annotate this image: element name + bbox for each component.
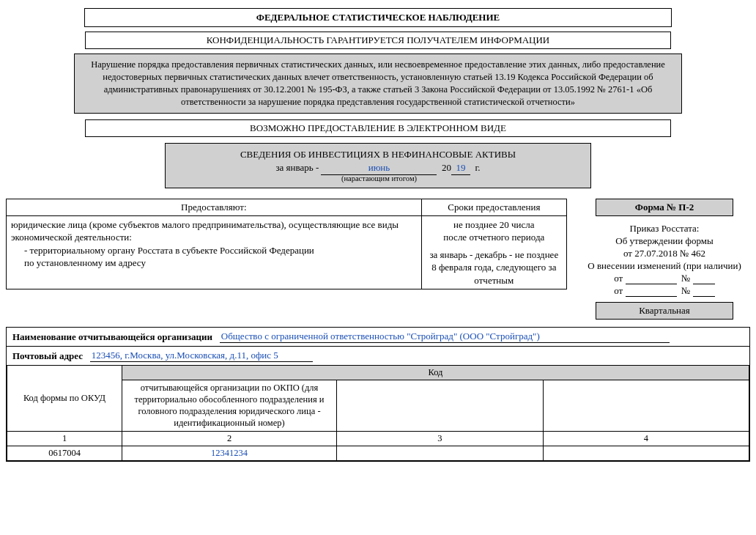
period-line: за январь - июнь (нарастающим итогом) 20… xyxy=(173,161,583,185)
form-number-box: Форма № П-2 xyxy=(596,199,733,216)
provide-header-right: Сроки предоставления xyxy=(421,199,566,215)
info-box: СВЕДЕНИЯ ОБ ИНВЕСТИЦИЯХ В НЕФИНАНСОВЫЕ А… xyxy=(165,143,591,188)
organization-block: Наименование отчитывающейся организации … xyxy=(6,327,750,462)
colnum-1: 1 xyxy=(7,431,122,446)
order-date-field-1[interactable] xyxy=(626,274,677,284)
period-prefix: за январь - xyxy=(275,162,319,173)
okpo-value[interactable]: 12341234 xyxy=(122,446,337,460)
provide-line3: по установленному им адресу xyxy=(11,257,417,270)
code-cell-3[interactable] xyxy=(337,446,544,460)
provide-header-left: Предоставляют: xyxy=(7,199,422,215)
okud-value: 0617004 xyxy=(7,446,122,460)
period-month-field[interactable]: июнь xyxy=(321,161,437,175)
codes-table: Код формы по ОКУД Код отчитывающейся орг… xyxy=(7,365,749,461)
warning-text: Нарушение порядка предоставления первичн… xyxy=(91,59,665,107)
org-name-label: Наименование отчитывающейся организации xyxy=(12,331,212,342)
provide-line1: юридические лица (кроме субъектов малого… xyxy=(11,218,417,244)
form-block: Форма № П-2 Приказ Росстата: Об утвержде… xyxy=(579,199,750,320)
col1-header: Код формы по ОКУД xyxy=(7,365,122,431)
order-from-line1: от № xyxy=(579,273,750,284)
col4-header xyxy=(543,380,749,431)
order-date-field-2[interactable] xyxy=(626,287,677,297)
confidentiality-text: КОНФИДЕНЦИАЛЬНОСТЬ ГАРАНТИРУЕТСЯ ПОЛУЧАТ… xyxy=(207,34,550,45)
subject-text: СВЕДЕНИЯ ОБ ИНВЕСТИЦИЯХ В НЕФИНАНСОВЫЕ А… xyxy=(173,148,583,161)
org-name-field[interactable]: Общество с ограниченной ответственностью… xyxy=(220,331,670,343)
order-no-field-1[interactable] xyxy=(693,274,715,284)
order-line3: от 27.07.2018 № 462 xyxy=(579,248,750,259)
provide-body-right: не позднее 20 числа после отчетного пери… xyxy=(421,215,566,289)
period-year-field[interactable]: 19 xyxy=(451,161,470,175)
code-cell-4[interactable] xyxy=(543,446,749,460)
org-address-field[interactable]: 123456, г.Москва, ул.Московская, д.11, о… xyxy=(90,350,313,362)
period-year-prefix: 20 xyxy=(442,162,451,173)
provide-line2: - территориальному органу Росстата в суб… xyxy=(11,244,417,257)
deadline1: не позднее 20 числа xyxy=(426,218,562,232)
colnum-2: 2 xyxy=(122,431,337,446)
provide-body-left: юридические лица (кроме субъектов малого… xyxy=(7,215,422,289)
col2-header: отчитывающейся организации по ОКПО (для … xyxy=(122,380,337,431)
period-year-suffix: г. xyxy=(475,162,480,173)
deadline3: за январь - декабрь - не позднее 8 февра… xyxy=(426,248,562,287)
colnum-4: 4 xyxy=(543,431,749,446)
warning-box: Нарушение порядка предоставления первичн… xyxy=(74,54,682,114)
order-no-field-2[interactable] xyxy=(693,287,715,297)
code-header: Код xyxy=(122,365,749,380)
electronic-text: ВОЗМОЖНО ПРЕДОСТАВЛЕНИЕ В ЭЛЕКТРОННОМ ВИ… xyxy=(250,122,506,133)
order-line4: О внесении изменений (при наличии) xyxy=(579,260,750,272)
col3-header xyxy=(337,380,544,431)
periodicity-box: Квартальная xyxy=(596,302,733,320)
order-line2: Об утверждении формы xyxy=(579,235,750,247)
deadline2: после отчетного периода xyxy=(426,231,562,244)
title-text: ФЕДЕРАЛЬНОЕ СТАТИСТИЧЕСКОЕ НАБЛЮДЕНИЕ xyxy=(256,12,500,23)
colnum-3: 3 xyxy=(337,431,544,446)
order-from-line2: от № xyxy=(579,285,750,297)
org-address-label: Почтовый адрес xyxy=(12,350,83,361)
electronic-box: ВОЗМОЖНО ПРЕДОСТАВЛЕНИЕ В ЭЛЕКТРОННОМ ВИ… xyxy=(85,119,671,137)
period-note: (нарастающим итогом) xyxy=(321,174,437,185)
title-bar: ФЕДЕРАЛЬНОЕ СТАТИСТИЧЕСКОЕ НАБЛЮДЕНИЕ xyxy=(84,8,672,27)
provide-table: Предоставляют: Сроки предоставления юрид… xyxy=(6,199,567,290)
confidentiality-bar: КОНФИДЕНЦИАЛЬНОСТЬ ГАРАНТИРУЕТСЯ ПОЛУЧАТ… xyxy=(85,32,671,49)
order-line1: Приказ Росстата: xyxy=(579,223,750,235)
